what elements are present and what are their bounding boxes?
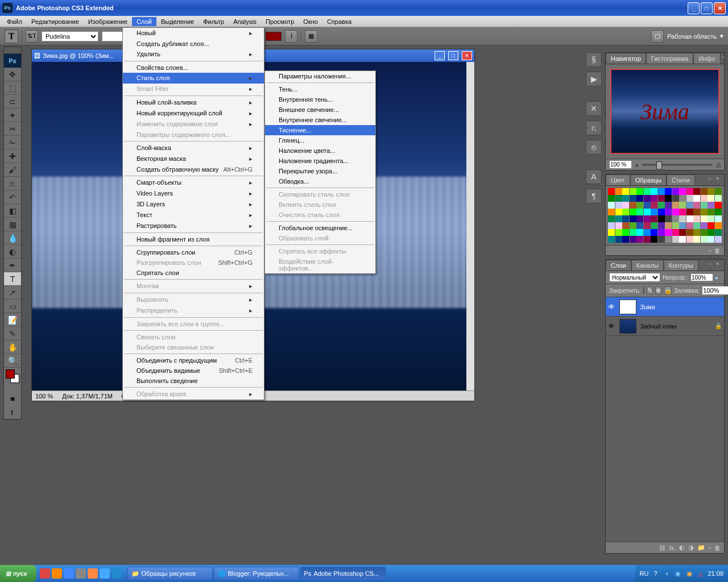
- color-pickers[interactable]: [4, 368, 21, 392]
- swatch[interactable]: [636, 229, 643, 236]
- swatch[interactable]: [651, 195, 657, 202]
- swatch[interactable]: [665, 188, 672, 195]
- swatch[interactable]: [708, 236, 714, 243]
- swatch[interactable]: [708, 222, 714, 229]
- swatch[interactable]: [693, 209, 700, 215]
- ql-item[interactable]: [64, 568, 74, 579]
- swatch[interactable]: [644, 229, 651, 236]
- layer-name[interactable]: Задний план: [640, 323, 712, 330]
- swatch[interactable]: [644, 209, 651, 215]
- swatch[interactable]: [608, 229, 615, 236]
- swatch[interactable]: [672, 188, 679, 195]
- slice-tool[interactable]: ✁: [4, 136, 21, 149]
- submenu-item[interactable]: Глобальное освещение...: [265, 223, 375, 233]
- swatch[interactable]: [715, 188, 722, 195]
- doc-zoom[interactable]: 100 %: [35, 393, 53, 400]
- swatch[interactable]: [636, 222, 643, 229]
- swatch[interactable]: [615, 209, 622, 215]
- doc-minimize-button[interactable]: _: [435, 51, 445, 60]
- swatch[interactable]: [693, 188, 700, 195]
- layer-name[interactable]: Зима: [640, 304, 722, 310]
- panel-tab[interactable]: Контуры: [664, 260, 698, 271]
- swatch[interactable]: [658, 202, 665, 209]
- lock-all-button[interactable]: 🔒: [664, 286, 672, 294]
- blur-tool[interactable]: 💧: [4, 231, 21, 245]
- swatch[interactable]: [644, 215, 651, 222]
- swatch[interactable]: [636, 215, 643, 222]
- swatch[interactable]: [708, 188, 714, 195]
- ql-item[interactable]: [52, 568, 62, 579]
- submenu-item[interactable]: Наложение цвета...: [265, 146, 375, 156]
- swatch[interactable]: [708, 215, 714, 222]
- swatch[interactable]: [615, 195, 622, 202]
- menu-item[interactable]: Сгруппировать слоиCtrl+G: [123, 247, 264, 257]
- swatch[interactable]: [622, 209, 629, 215]
- layer-row[interactable]: 👁TЗима: [606, 297, 724, 317]
- close-icon[interactable]: ×: [716, 176, 723, 182]
- swatch[interactable]: [715, 202, 722, 209]
- gradient-tool[interactable]: ▦: [4, 218, 21, 231]
- menu-справка[interactable]: Справка: [322, 17, 356, 26]
- pen-tool[interactable]: ✒: [4, 259, 21, 272]
- swatch[interactable]: [651, 188, 657, 195]
- path-tool[interactable]: ↗: [4, 286, 21, 300]
- swatch[interactable]: [679, 229, 686, 236]
- panel-tab[interactable]: Навигатор: [606, 53, 646, 64]
- menu-analysis[interactable]: Analysis: [229, 17, 261, 26]
- notes-tool[interactable]: 📝: [4, 313, 21, 327]
- menu-item[interactable]: Новый корректирующий слой▸: [123, 108, 264, 119]
- submenu-item[interactable]: Тень...: [265, 84, 375, 94]
- swatch[interactable]: [715, 215, 722, 222]
- swatch[interactable]: [658, 188, 665, 195]
- panels-button[interactable]: ▦: [305, 30, 317, 43]
- eraser-tool[interactable]: ◧: [4, 204, 21, 218]
- swatch[interactable]: [686, 236, 693, 243]
- doc-close-button[interactable]: ✕: [462, 51, 472, 60]
- workspace-icon[interactable]: ▢: [651, 30, 664, 43]
- start-button[interactable]: ⊞ пуск: [0, 565, 36, 582]
- swatch[interactable]: [644, 236, 651, 243]
- swatch[interactable]: [608, 209, 615, 215]
- swatch[interactable]: [672, 236, 679, 243]
- history-brush-tool[interactable]: ↶: [4, 190, 21, 204]
- menu-item[interactable]: 3D Layers▸: [123, 199, 264, 210]
- swatch[interactable]: [615, 222, 622, 229]
- swatch[interactable]: [665, 209, 672, 215]
- submenu-item[interactable]: Внешнее свечение...: [265, 105, 375, 115]
- tray-icon[interactable]: ?: [651, 569, 660, 578]
- swatch[interactable]: [693, 215, 700, 222]
- swatch[interactable]: [665, 236, 672, 243]
- ql-item[interactable]: [76, 568, 86, 579]
- screenmode-button[interactable]: ⫿: [4, 405, 21, 419]
- workspace-label[interactable]: Рабочая область: [667, 33, 717, 40]
- swatch[interactable]: [658, 222, 665, 229]
- menu-файл[interactable]: Файл: [2, 17, 27, 26]
- minimize-button[interactable]: _: [688, 2, 700, 14]
- swatch[interactable]: [679, 202, 686, 209]
- submenu-item[interactable]: Внутреннее свечение...: [265, 115, 375, 125]
- collapsed-panel-5[interactable]: ⎋: [586, 140, 602, 155]
- doc-vscroll[interactable]: [466, 62, 474, 390]
- swatch[interactable]: [679, 209, 686, 215]
- submenu-item[interactable]: Тиснение...: [265, 125, 375, 135]
- swatch[interactable]: [651, 209, 657, 215]
- collapse-icon[interactable]: –: [708, 176, 715, 182]
- swatch[interactable]: [608, 236, 615, 243]
- warp-text-button[interactable]: ⌇: [285, 30, 297, 43]
- collapse-icon[interactable]: –: [708, 261, 715, 268]
- trash-icon[interactable]: 🗑: [714, 544, 721, 551]
- swatch[interactable]: [658, 236, 665, 243]
- menu-item[interactable]: Текст▸: [123, 210, 264, 221]
- swatch[interactable]: [651, 215, 657, 222]
- swatch[interactable]: [679, 195, 686, 202]
- panel-tab[interactable]: Инфо: [693, 53, 720, 64]
- navigator-zoom-input[interactable]: [609, 160, 632, 169]
- swatch[interactable]: [630, 195, 636, 202]
- collapsed-panel-4[interactable]: ⎌: [586, 120, 602, 135]
- swatch[interactable]: [644, 188, 651, 195]
- swatch[interactable]: [658, 215, 665, 222]
- menu-редактирование[interactable]: Редактирование: [27, 17, 84, 26]
- swatch[interactable]: [701, 202, 708, 209]
- new-swatch-icon[interactable]: ▫: [709, 247, 711, 254]
- swatch[interactable]: [608, 188, 615, 195]
